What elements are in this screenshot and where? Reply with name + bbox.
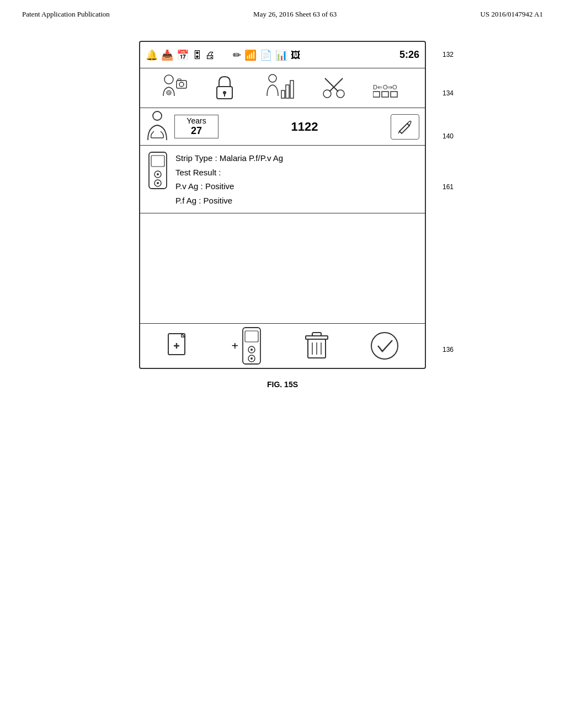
sync-svg: D ⇐ O ⇒ O: [373, 74, 406, 100]
delete-button[interactable]: [305, 331, 329, 360]
patient-row-140: Years 27 1122: [140, 108, 425, 146]
pv-result: P.v Ag : Positive: [175, 179, 283, 194]
ref-161-container: 161: [443, 183, 454, 191]
confirm-icon: [370, 331, 399, 360]
patent-header-right: US 2016/0147942 A1: [481, 10, 543, 19]
lock-svg: [214, 74, 236, 102]
icon-row-134: D ⇐ O ⇒ O: [140, 68, 425, 108]
test-device-svg: [146, 151, 170, 190]
svg-rect-29: [151, 156, 164, 167]
svg-point-7: [223, 91, 226, 94]
person-bars-group: [262, 73, 295, 104]
lock-icon-group: [214, 74, 236, 102]
barchart-icon: 📊: [275, 50, 287, 60]
pencil-status-icon: ✏: [233, 50, 241, 60]
add-document-button[interactable]: [166, 333, 190, 359]
svg-rect-1: [177, 81, 186, 88]
test-result-text: Strip Type : Malaria P.f/P.v Ag Test Res…: [175, 151, 283, 207]
plus-icon: +: [232, 339, 239, 353]
svg-rect-12: [290, 81, 294, 98]
svg-point-2: [179, 82, 184, 87]
scissors-icon-group: [321, 74, 347, 103]
patent-header-middle: May 26, 2016 Sheet 63 of 63: [253, 10, 337, 19]
svg-text:⇐: ⇐: [377, 84, 382, 90]
photo-icon: 🖼: [291, 50, 301, 60]
sync-icon-group: D ⇐ O ⇒ O: [373, 74, 406, 103]
svg-rect-24: [391, 92, 397, 97]
ref-132-label: 132: [443, 51, 454, 58]
svg-point-25: [153, 111, 162, 120]
svg-point-4: [167, 90, 171, 95]
svg-rect-11: [286, 85, 289, 98]
tuning-icon: 🎛: [192, 50, 202, 60]
patent-header: Patent Application Publication May 26, 2…: [0, 0, 565, 24]
svg-text:O: O: [392, 84, 397, 90]
action-bar-136: +: [140, 324, 425, 368]
person-camera-group: [159, 73, 188, 104]
ref-140-container: 140: [443, 132, 454, 140]
status-bar: 🔔 📥 📅 🎛 🖨 ✏ 📶: [140, 42, 425, 68]
wifi-icon: 📶: [244, 50, 257, 60]
person-camera-icon: [159, 73, 188, 104]
pf-result: P.f Ag : Positive: [175, 194, 283, 208]
pencil-icon: [397, 119, 413, 135]
svg-rect-23: [382, 92, 388, 97]
person-bars-svg: [262, 73, 295, 101]
calendar-icon: 📅: [177, 50, 189, 60]
svg-text:⇒: ⇒: [387, 84, 392, 90]
page-icon: 📄: [260, 50, 272, 60]
svg-rect-10: [281, 90, 285, 98]
inbox-icon: 📥: [161, 50, 173, 60]
svg-point-0: [164, 75, 173, 84]
ref-134-label: 134: [443, 89, 454, 97]
confirm-button[interactable]: [370, 331, 399, 360]
svg-point-5: [168, 92, 170, 94]
main-content: 🔔 📥 📅 🎛 🖨 ✏ 📶: [0, 24, 565, 389]
svg-rect-45: [312, 333, 321, 336]
bell-icon: 🔔: [146, 50, 158, 60]
figure-caption: FIG. 15S: [139, 380, 426, 389]
patient-years-box: Years 27: [174, 115, 218, 138]
ref-134-container: 134: [443, 89, 454, 97]
svg-rect-22: [373, 92, 380, 97]
svg-point-42: [250, 357, 253, 360]
svg-point-49: [371, 333, 398, 359]
strip-type: Strip Type : Malaria P.f/P.v Ag: [175, 151, 283, 165]
svg-point-33: [157, 182, 159, 184]
svg-point-9: [269, 74, 276, 82]
scissors-svg: [321, 74, 347, 100]
status-bar-icons: 🔔 📥 📅 🎛 🖨 ✏ 📶: [146, 50, 301, 60]
add-device-button[interactable]: +: [232, 326, 264, 365]
svg-line-27: [398, 131, 399, 133]
svg-point-32: [157, 173, 159, 175]
test-device-icon: [146, 151, 170, 192]
device-frame: 🔔 📥 📅 🎛 🖨 ✏ 📶: [139, 41, 426, 369]
ref-140-label: 140: [443, 132, 454, 140]
empty-area: [140, 213, 425, 324]
ref-136-label: 136: [443, 346, 454, 354]
edit-button[interactable]: [391, 114, 419, 140]
add-device-icon: [239, 326, 264, 365]
person-svg: [146, 110, 169, 141]
svg-text:D: D: [373, 84, 377, 90]
ref-132-container: 132: [443, 51, 454, 58]
patent-header-left: Patent Application Publication: [22, 10, 110, 19]
ref-136-container: 136: [443, 346, 454, 354]
printer-icon: 🖨: [205, 50, 215, 60]
years-label: Years: [182, 116, 211, 125]
device-container: 🔔 📥 📅 🎛 🖨 ✏ 📶: [139, 41, 426, 389]
years-value: 27: [182, 125, 211, 137]
person-gear-camera-svg: [159, 73, 188, 99]
patient-id: 1122: [224, 120, 385, 134]
test-result-row-161: Strip Type : Malaria P.f/P.v Ag Test Res…: [140, 146, 425, 213]
svg-point-41: [250, 349, 253, 351]
person-icon-group: [146, 110, 169, 143]
test-result-label: Test Result :: [175, 165, 283, 180]
svg-rect-38: [245, 331, 258, 342]
add-document-icon: [166, 333, 190, 359]
status-time: 5:26: [399, 49, 419, 61]
svg-rect-3: [178, 79, 181, 81]
ref-161-label: 161: [443, 183, 454, 191]
trash-icon: [305, 331, 329, 360]
